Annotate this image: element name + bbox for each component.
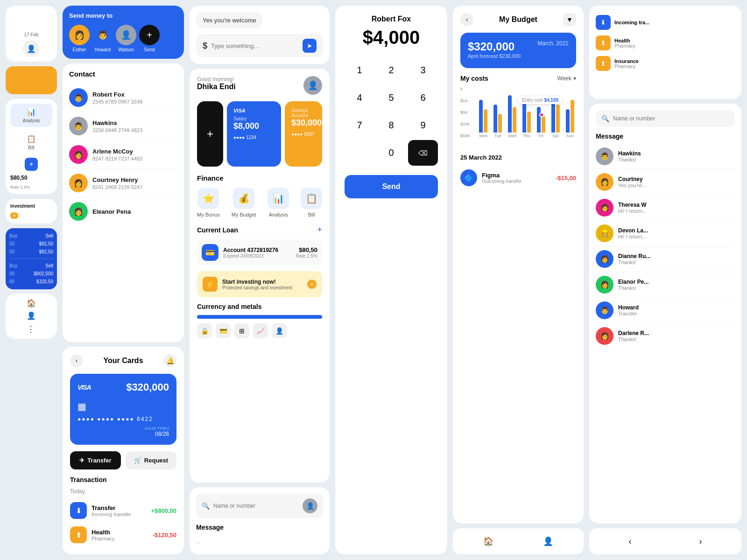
send-contact-watson[interactable]: 👤 Watson: [116, 25, 136, 52]
key-9[interactable]: 9: [408, 112, 438, 138]
txn-transfer[interactable]: ⬇ Transfer Incoming transfer +$800,00: [70, 498, 176, 523]
key-0[interactable]: 0: [376, 140, 406, 166]
profile-nav-icon[interactable]: 👤: [27, 311, 36, 320]
analysis-nav[interactable]: 📊 Analysis: [10, 104, 52, 127]
add-button[interactable]: +: [25, 158, 38, 171]
send-add-button[interactable]: +: [139, 25, 160, 45]
loan-item[interactable]: 💳 Account 4372819276 Expired 24/08/2022 …: [197, 239, 322, 266]
fri-bars: [537, 91, 545, 133]
bell-icon[interactable]: 🔔: [163, 354, 176, 367]
thu-orange-bar: [527, 112, 531, 133]
person-currency-icon[interactable]: 👤: [272, 323, 287, 338]
my-budget-label: My Budget: [232, 212, 256, 217]
savings-card[interactable]: Savings Account $30,000 ●●●● 9687: [285, 101, 322, 167]
buysell-row-2: BuySell: [9, 262, 53, 270]
msg-devon[interactable]: 👷 Devon La... Hi! I return...: [596, 221, 735, 246]
contact-courtney[interactable]: 👩 Courtney Henry 8241 2468 2139 9247: [69, 169, 177, 197]
rate-display: Rate 2,5%: [10, 185, 52, 189]
grid-currency-icon[interactable]: ⊞: [234, 323, 249, 338]
txn-health-top[interactable]: ⬆ Health Pharmacy: [596, 33, 735, 53]
card-currency-icon[interactable]: 💳: [216, 323, 231, 338]
key-8[interactable]: 8: [376, 112, 406, 138]
send-contact-howard[interactable]: 👨 Howard: [92, 25, 113, 52]
send-contact-esther[interactable]: 👩 Esther: [69, 25, 90, 52]
mon-label: Mon: [479, 133, 488, 138]
robert-number: 2345 6789 0987 3248: [92, 99, 177, 105]
backspace-key[interactable]: ⌫: [408, 140, 438, 166]
invest-close-button[interactable]: ✕: [307, 280, 317, 289]
msg-courtney[interactable]: 👩 Courtney Yes you're...: [596, 169, 735, 195]
add-card[interactable]: +: [197, 101, 223, 167]
msg-darlene[interactable]: 👩 Darlene R... Thanks!: [596, 323, 735, 349]
my-bonus-item[interactable]: ⭐ My Bonus: [197, 188, 220, 217]
txn-insurance-top[interactable]: ⬆ Insurance Pharmacy: [596, 53, 735, 74]
hawkins-msg-text: Thanks!: [618, 157, 735, 162]
back-nav-icon[interactable]: ‹: [623, 534, 638, 549]
budget-back-button[interactable]: ‹: [460, 13, 473, 26]
key-3[interactable]: 3: [408, 57, 438, 83]
salary-card[interactable]: VISA Salary $8,000 ●●●● 1234: [227, 101, 281, 167]
numpad-user: Robert Fox: [345, 15, 438, 23]
chat-send-button[interactable]: ➤: [303, 39, 317, 53]
key-5[interactable]: 5: [376, 85, 406, 111]
courtney-name: Courtney Henry: [92, 176, 177, 183]
home-icon[interactable]: 🏠: [27, 299, 36, 308]
loan-icon: 💳: [202, 244, 218, 261]
txn-incoming[interactable]: ⬇ Incoming tra...: [596, 12, 735, 33]
analysis-finance-icon: 📊: [268, 188, 289, 209]
bottom-message-title: Message: [196, 524, 323, 531]
send-button-group[interactable]: + Send: [139, 25, 160, 52]
week-select[interactable]: Week ▾: [557, 75, 576, 82]
transfer-button[interactable]: ✈ Transfer: [70, 451, 121, 469]
contact-hawkins[interactable]: 👨 Hawkins 3258 6848 2749 4823: [69, 112, 177, 140]
loan-add-button[interactable]: +: [317, 225, 322, 235]
cards-prev-button[interactable]: ‹: [70, 354, 83, 367]
key-7[interactable]: 7: [345, 112, 374, 138]
bill-nav[interactable]: 📋 Bill: [10, 131, 52, 154]
search-input[interactable]: [613, 115, 729, 122]
devon-msg-avatar: 👷: [596, 224, 613, 242]
send-money-button[interactable]: Send: [345, 175, 438, 198]
key-1[interactable]: 1: [345, 57, 374, 83]
home-nav-icon[interactable]: 🏠: [481, 534, 496, 549]
budget-filter-button[interactable]: ▼: [563, 13, 576, 26]
contact-eleanor[interactable]: 👩 Eleanor Pena: [69, 197, 177, 225]
user-avatar[interactable]: 👤: [303, 76, 322, 95]
msg-dianne[interactable]: 👩 Dianne Ru... Thanks!: [596, 246, 735, 272]
contact-robert[interactable]: 👨 Robert Fox 2345 6789 0987 3248: [69, 84, 177, 112]
my-budget-icon: 💰: [233, 188, 254, 209]
analysis-item[interactable]: 📊 Analysis: [268, 188, 289, 217]
valid-thru-label: VALID THRU: [144, 426, 169, 431]
key-4[interactable]: 4: [345, 85, 374, 111]
contact-arlene[interactable]: 👩 Arlene McCoy 8247 8219 7237 4493: [69, 140, 177, 169]
request-button[interactable]: 🛒 Request: [126, 451, 176, 469]
march-figma[interactable]: 🔷 Figma Outcoming transfer -$15,00: [460, 166, 576, 190]
wed-bars: [508, 91, 516, 133]
darlene-msg-text: Thanks!: [618, 336, 735, 342]
buysell-panel: BuySell 50$82,50 50$82,50 BuySell 00$802…: [6, 228, 57, 289]
bill-item[interactable]: 📋 Bill: [301, 188, 322, 217]
sell-val-1: $82,50: [39, 241, 53, 246]
bottom-search-input[interactable]: [213, 503, 299, 509]
transaction-section: Transaction Today ⬇ Transfer Incoming tr…: [70, 476, 176, 547]
message-preview-text: ...: [196, 539, 200, 544]
msg-hawkins[interactable]: 👨 Hawkins Thanks!: [596, 144, 735, 169]
profile-nav-icon-bottom[interactable]: 👤: [541, 534, 556, 549]
invest-banner[interactable]: ⚡ Start investing now! Protected savings…: [197, 271, 322, 297]
msg-theresa[interactable]: 👩 Theresa W Hi! I return...: [596, 195, 735, 221]
forward-nav-icon[interactable]: ›: [693, 534, 708, 549]
my-budget-item[interactable]: 💰 My Budget: [232, 188, 256, 217]
msg-howard[interactable]: 👨 Howard Transfer: [596, 298, 735, 323]
y-label-0: 0: [460, 87, 475, 91]
bill-label: Bill: [28, 145, 34, 150]
txn-health[interactable]: ⬆ Health Pharmacy -$120,50: [70, 523, 176, 547]
dots-menu[interactable]: ⋮: [27, 324, 36, 334]
msg-elanor[interactable]: 👩 Elanor Pe... Thanks!: [596, 272, 735, 298]
y-label-1k: $1K: [460, 98, 475, 103]
chat-input[interactable]: [211, 42, 299, 49]
mon-bars: [479, 91, 487, 133]
lock-currency-icon[interactable]: 🔒: [197, 323, 212, 338]
chart-currency-icon[interactable]: 📈: [253, 323, 268, 338]
key-6[interactable]: 6: [408, 85, 438, 111]
key-2[interactable]: 2: [376, 57, 406, 83]
